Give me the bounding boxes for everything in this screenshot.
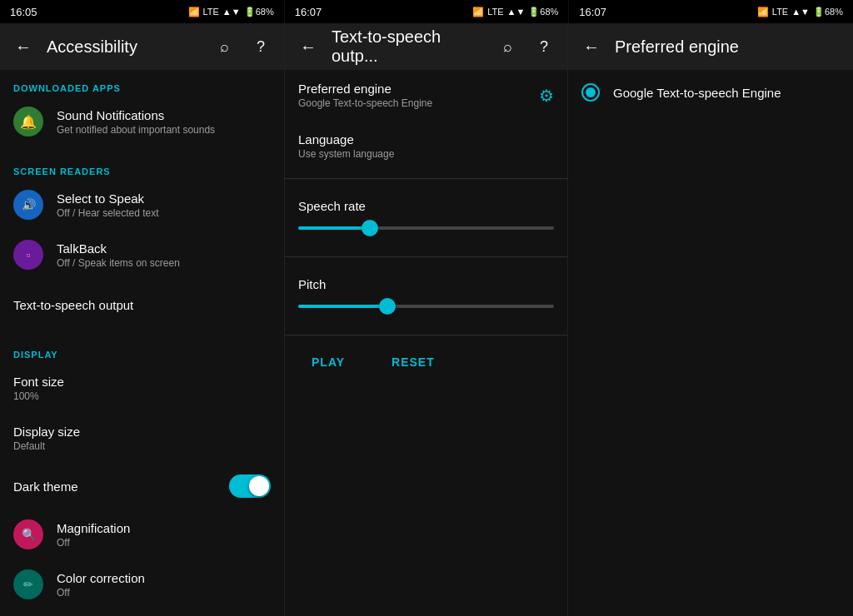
time-1: 16:05: [10, 6, 37, 18]
engine-toolbar: ← Preferred engine: [568, 23, 853, 70]
accessibility-toolbar: ← Accessibility ⌕ ?: [0, 23, 284, 70]
google-tts-engine-item[interactable]: Google Text-to-speech Engine: [568, 70, 853, 115]
status-panel-1: 16:05 📶 LTE ▲▼ 🔋68%: [0, 0, 285, 23]
accessibility-panel: ← Accessibility ⌕ ? DOWNLOADED APPS 🔔 So…: [0, 23, 285, 616]
status-panel-3: 16:07 📶 LTE ▲▼ 🔋68%: [569, 0, 853, 23]
font-size-subtitle: 100%: [13, 390, 271, 402]
color-correction-subtitle: Off: [57, 587, 271, 599]
magnification-icon: 🔍: [13, 519, 43, 549]
display-size-item[interactable]: Display size Default: [0, 413, 284, 463]
speech-rate-label: Speech rate: [298, 199, 554, 213]
status-bar: 16:05 📶 LTE ▲▼ 🔋68% 16:07 📶 LTE ▲▼ 🔋68% …: [0, 0, 853, 23]
talkback-item[interactable]: ▫ TalkBack Off / Speak items on screen: [0, 230, 284, 280]
speech-rate-fill: [298, 226, 370, 230]
font-size-item[interactable]: Font size 100%: [0, 363, 284, 413]
tts-divider-1: [285, 178, 567, 179]
back-button-2[interactable]: ←: [292, 30, 325, 63]
toggle-knob: [249, 476, 269, 496]
preferred-engine-label: Preferred engine: [298, 82, 432, 96]
magnification-subtitle: Off: [57, 537, 271, 549]
tts-panel: ← Text-to-speech outp... ⌕ ? Preferred e…: [285, 23, 568, 616]
tts-title: Text-to-speech outp...: [332, 27, 491, 66]
select-to-speak-title: Select to Speak: [57, 191, 271, 206]
color-correction-icon: ✏: [13, 569, 43, 599]
speech-rate-thumb[interactable]: [362, 220, 378, 236]
pitch-slider[interactable]: [298, 305, 554, 308]
tts-toolbar: ← Text-to-speech outp... ⌕ ?: [285, 23, 567, 70]
section-display: DISPLAY: [0, 336, 284, 363]
talkback-subtitle: Off / Speak items on screen: [57, 257, 271, 269]
status-panel-2: 16:07 📶 LTE ▲▼ 🔋68%: [285, 0, 570, 23]
speech-rate-slider[interactable]: [298, 226, 554, 230]
gear-icon[interactable]: ⚙: [539, 86, 554, 106]
time-2: 16:07: [295, 6, 322, 18]
sound-notifications-icon: 🔔: [13, 107, 43, 137]
search-icon-2[interactable]: ⌕: [491, 30, 524, 63]
accessibility-title: Accessibility: [47, 37, 207, 57]
talkback-title: TalkBack: [57, 241, 271, 256]
back-button-3[interactable]: ←: [575, 30, 608, 63]
toolbar-actions-1: ⌕ ?: [207, 30, 277, 63]
play-button[interactable]: Play: [298, 349, 358, 375]
speech-rate-section: Speech rate: [285, 186, 567, 250]
pitch-thumb[interactable]: [379, 298, 396, 315]
radio-button-google[interactable]: [581, 83, 600, 102]
color-correction-item[interactable]: ✏ Color correction Off: [0, 559, 284, 609]
color-correction-title: Color correction: [57, 571, 271, 585]
dark-theme-label: Dark theme: [13, 479, 78, 494]
magnification-item[interactable]: 🔍 Magnification Off: [0, 509, 284, 559]
sound-notifications-item[interactable]: 🔔 Sound Notifications Get notified about…: [0, 97, 284, 147]
preferred-engine-value: Google Text-to-speech Engine: [298, 97, 432, 109]
google-tts-engine-label: Google Text-to-speech Engine: [613, 86, 781, 100]
display-size-subtitle: Default: [13, 440, 271, 452]
toolbar-actions-2: ⌕ ?: [491, 30, 561, 63]
tts-output-title: Text-to-speech output: [13, 298, 271, 312]
pitch-label: Pitch: [298, 277, 554, 291]
select-to-speak-icon: 🔊: [13, 190, 43, 220]
radio-selected: [586, 87, 596, 97]
engine-panel-title: Preferred engine: [615, 37, 846, 57]
color-inversion-item[interactable]: ◇ Color inversion Off: [0, 609, 284, 616]
tts-buttons: Play Reset: [285, 342, 567, 389]
pitch-fill: [298, 305, 387, 308]
search-icon-1[interactable]: ⌕: [207, 30, 241, 63]
display-size-title: Display size: [13, 425, 271, 439]
time-3: 16:07: [579, 6, 606, 18]
select-to-speak-subtitle: Off / Hear selected text: [57, 207, 271, 219]
tts-divider-2: [285, 256, 567, 257]
help-icon-2[interactable]: ?: [527, 30, 561, 63]
language-item[interactable]: Language Use system language: [285, 121, 567, 171]
reset-button[interactable]: Reset: [378, 349, 448, 375]
dark-theme-switch[interactable]: [229, 474, 271, 498]
talkback-icon: ▫: [13, 240, 43, 270]
section-screen-readers: SCREEN READERS: [0, 153, 284, 180]
tts-output-item[interactable]: Text-to-speech output: [0, 280, 284, 330]
select-to-speak-item[interactable]: 🔊 Select to Speak Off / Hear selected te…: [0, 180, 284, 230]
dark-theme-toggle[interactable]: Dark theme: [0, 463, 284, 509]
pitch-section: Pitch: [285, 264, 567, 328]
help-icon-1[interactable]: ?: [244, 30, 277, 63]
back-button-1[interactable]: ←: [7, 30, 40, 63]
status-icons-1: 📶 LTE ▲▼ 🔋68%: [188, 7, 274, 17]
language-value: Use system language: [298, 148, 394, 160]
panels-container: ← Accessibility ⌕ ? DOWNLOADED APPS 🔔 So…: [0, 23, 853, 616]
language-label: Language: [298, 132, 394, 147]
sound-notifications-subtitle: Get notified about important sounds: [57, 124, 271, 136]
status-icons-3: 📶 LTE ▲▼ 🔋68%: [757, 7, 843, 17]
status-icons-2: 📶 LTE ▲▼ 🔋68%: [472, 7, 558, 17]
magnification-title: Magnification: [57, 521, 271, 535]
preferred-engine-item[interactable]: Preferred engine Google Text-to-speech E…: [285, 70, 567, 121]
tts-divider-3: [285, 335, 567, 335]
engine-panel: ← Preferred engine Google Text-to-speech…: [568, 23, 853, 616]
sound-notifications-title: Sound Notifications: [57, 108, 271, 122]
section-downloaded-apps: DOWNLOADED APPS: [0, 70, 284, 97]
font-size-title: Font size: [13, 375, 271, 389]
